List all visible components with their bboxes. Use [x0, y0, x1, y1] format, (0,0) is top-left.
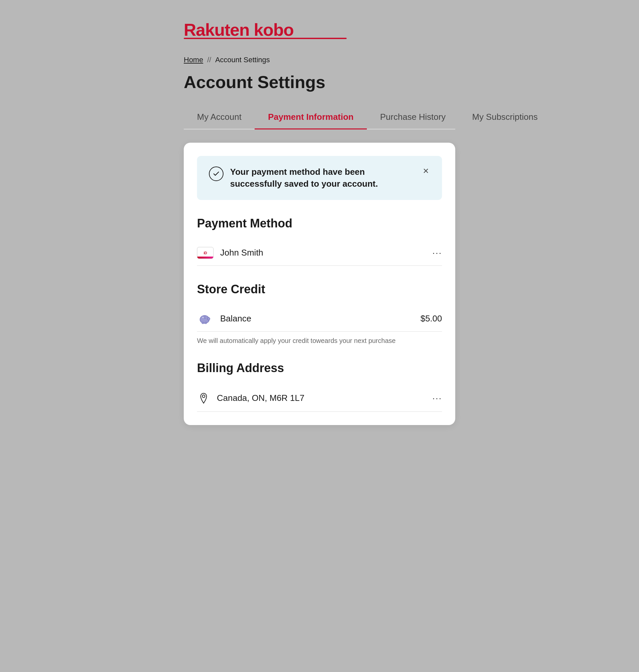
breadcrumb-current: Account Settings — [215, 56, 270, 64]
store-credit-note: We will automatically apply your credit … — [197, 337, 442, 345]
payment-method-item: iD John Smith ··· — [197, 240, 442, 266]
logo: Rakuten kobo — [184, 20, 455, 39]
store-credit-left: Balance — [197, 313, 251, 325]
svg-rect-3 — [205, 322, 207, 324]
svg-rect-2 — [202, 322, 204, 324]
breadcrumb-separator: // — [207, 56, 211, 64]
payment-method-title: Payment Method — [197, 217, 442, 230]
tabs-container: My Account Payment Information Purchase … — [184, 105, 455, 129]
billing-address-title: Billing Address — [197, 361, 442, 375]
balance-label: Balance — [220, 313, 251, 324]
breadcrumb: Home // Account Settings — [184, 56, 455, 64]
main-card: Your payment method have been successful… — [184, 143, 455, 425]
payment-more-options-button[interactable]: ··· — [432, 248, 442, 258]
billing-more-options-button[interactable]: ··· — [432, 393, 442, 404]
ideal-payment-icon: iD — [197, 247, 214, 259]
success-message: Your payment method have been successful… — [230, 166, 415, 190]
svg-point-4 — [202, 317, 204, 318]
svg-rect-5 — [204, 315, 206, 316]
breadcrumb-home-link[interactable]: Home — [184, 56, 203, 64]
billing-address-text: Canada, ON, M6R 1L7 — [217, 393, 304, 403]
store-credit-icon — [197, 313, 214, 325]
payment-method-section: Payment Method iD John Smith ··· — [197, 217, 442, 266]
svg-point-1 — [207, 317, 210, 320]
tab-my-account[interactable]: My Account — [184, 105, 254, 129]
check-circle-icon — [209, 167, 223, 181]
payment-item-left: iD John Smith — [197, 247, 263, 259]
location-pin-icon — [197, 392, 210, 405]
billing-address-item: Canada, ON, M6R 1L7 ··· — [197, 385, 442, 412]
tab-my-subscriptions[interactable]: My Subscriptions — [459, 105, 551, 129]
store-credit-section: Store Credit — [197, 282, 442, 345]
payment-user-name: John Smith — [220, 248, 263, 258]
store-credit-item: Balance $5.00 — [197, 306, 442, 332]
logo-text[interactable]: Rakuten kobo — [184, 20, 294, 40]
balance-amount: $5.00 — [420, 313, 442, 324]
billing-address-section: Billing Address Canada, ON, M6R 1L7 ··· — [197, 361, 442, 412]
success-banner-content: Your payment method have been successful… — [209, 166, 415, 190]
tab-purchase-history[interactable]: Purchase History — [367, 105, 459, 129]
tab-payment-information[interactable]: Payment Information — [254, 105, 367, 129]
success-banner: Your payment method have been successful… — [197, 156, 442, 200]
close-banner-button[interactable]: × — [421, 166, 430, 176]
store-credit-title: Store Credit — [197, 282, 442, 296]
page-title: Account Settings — [184, 72, 455, 92]
svg-point-7 — [202, 395, 205, 397]
billing-item-left: Canada, ON, M6R 1L7 — [197, 392, 304, 405]
